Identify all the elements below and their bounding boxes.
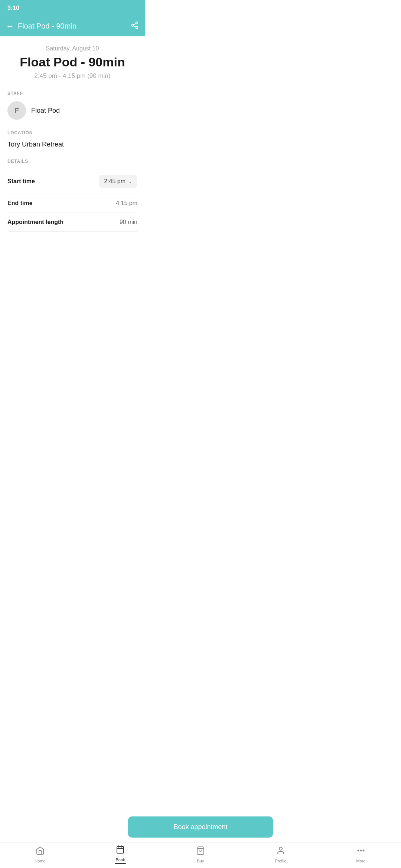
start-time-value: 2:45 pm <box>104 178 125 185</box>
end-time-label: End time <box>7 200 33 207</box>
date-label: Saturday, August 10 <box>7 45 137 52</box>
main-content: Saturday, August 10 Float Pod - 90min 2:… <box>0 36 145 279</box>
staff-section: STAFF F Float Pod <box>7 91 137 120</box>
share-icon[interactable] <box>131 21 139 31</box>
header-left: ← Float Pod - 90min <box>6 22 76 31</box>
back-icon[interactable]: ← <box>6 22 14 31</box>
service-title: Float Pod - 90min <box>7 55 137 69</box>
details-section: DETAILS Start time 2:45 pm ⌄ End time 4:… <box>7 159 137 232</box>
appointment-length-label: Appointment length <box>7 219 63 226</box>
start-time-row: Start time 2:45 pm ⌄ <box>7 169 137 194</box>
svg-line-3 <box>134 26 136 27</box>
end-time-row: End time 4:15 pm <box>7 194 137 213</box>
location-name: Tory Urban Retreat <box>7 141 137 148</box>
app-header: ← Float Pod - 90min <box>0 16 145 36</box>
staff-name: Float Pod <box>31 107 60 115</box>
staff-avatar: F <box>7 101 26 120</box>
time-range: 2:45 pm - 4:15 pm (90 min) <box>7 72 137 80</box>
svg-line-4 <box>134 23 136 25</box>
staff-section-label: STAFF <box>7 91 137 96</box>
start-time-label: Start time <box>7 178 35 185</box>
appointment-length-row: Appointment length 90 min <box>7 213 137 232</box>
appointment-length-value: 90 min <box>120 219 137 226</box>
header-title: Float Pod - 90min <box>18 22 76 30</box>
location-section-label: LOCATION <box>7 130 137 135</box>
status-bar: 3:10 <box>0 0 145 16</box>
staff-row: F Float Pod <box>7 101 137 120</box>
details-section-label: DETAILS <box>7 159 137 164</box>
start-time-dropdown[interactable]: 2:45 pm ⌄ <box>99 175 137 188</box>
status-time: 3:10 <box>7 5 19 11</box>
end-time-value: 4:15 pm <box>116 200 137 207</box>
chevron-down-icon: ⌄ <box>128 179 132 184</box>
location-section: LOCATION Tory Urban Retreat <box>7 130 137 148</box>
